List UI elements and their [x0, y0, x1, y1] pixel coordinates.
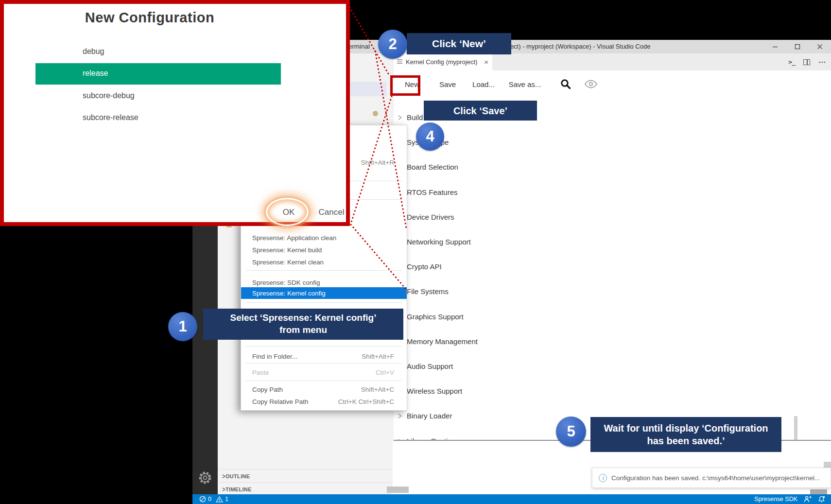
close-button[interactable]: [809, 40, 831, 53]
banner-line: Click ‘Save’: [424, 104, 537, 117]
scrollbar-fragment[interactable]: [824, 462, 831, 468]
menu-item-copy-path[interactable]: Copy PathShift+Alt+C: [241, 383, 407, 395]
step2-banner: Click ‘New’: [407, 33, 511, 54]
notification-bell-icon[interactable]: [818, 496, 825, 503]
tab-label: Kernel Config (myproject): [406, 58, 481, 66]
tab-close-icon[interactable]: ×: [484, 58, 488, 66]
banner-line: has been saved.’: [590, 434, 781, 447]
search-icon[interactable]: [560, 78, 571, 90]
menu-item-spresense-kernel-build[interactable]: Spresense: Kernel build: [241, 244, 407, 256]
menu-item-label: Spresense: Kernel build: [241, 246, 407, 254]
menu-item-label: Spresense: Kernel config: [241, 290, 407, 297]
menu-item-label: Paste: [241, 369, 376, 376]
split-editor-icon[interactable]: [803, 59, 810, 65]
menu-item-copy-relative-path[interactable]: Copy Relative PathCtrl+K Ctrl+Shift+C: [241, 396, 407, 407]
problems-status[interactable]: 0 1: [199, 494, 228, 504]
error-icon: [199, 496, 206, 503]
editor-tabbar: Kernel Config (myproject) × >_ ⋯: [394, 53, 831, 70]
scrollbar-fragment[interactable]: [810, 489, 827, 494]
config-category-networking-support[interactable]: >Networking Support: [394, 229, 797, 254]
configuration-option-debug[interactable]: debug: [4, 40, 346, 63]
menu-item-shortcut: Shift+Alt+R: [361, 159, 407, 166]
visibility-eye-icon[interactable]: [584, 80, 598, 88]
menu-item-label: Spresense: Kernel clean: [241, 259, 407, 266]
ok-button[interactable]: OK: [281, 208, 296, 217]
config-category-memory-management[interactable]: >Memory Management: [394, 329, 797, 354]
open-terminal-icon[interactable]: >_: [788, 58, 795, 66]
category-label: Crypto API: [406, 262, 442, 271]
menu-item-spresense-application-clean[interactable]: Spresense: Application clean: [241, 232, 407, 243]
chevron-right-icon[interactable]: >: [394, 112, 406, 122]
config-category-system-type[interactable]: >System Type: [394, 130, 797, 155]
minimize-button[interactable]: [764, 40, 786, 53]
menu-item-paste[interactable]: PasteCtrl+V: [241, 366, 407, 378]
info-icon: i: [599, 474, 607, 482]
menu-item-label: Copy Relative Path: [241, 398, 338, 405]
menu-item-label: Spresense: Application clean: [241, 234, 407, 242]
menu-separator: [246, 270, 402, 271]
config-category-crypto-api[interactable]: >Crypto API: [394, 254, 797, 279]
tab-kernel-config[interactable]: Kernel Config (myproject) ×: [394, 53, 492, 70]
step4-circle: 4: [416, 122, 444, 151]
config-category-device-drivers[interactable]: >Device Drivers: [394, 205, 797, 229]
banner-line: Select ‘Spresense: Kernel config’: [203, 312, 403, 324]
category-label: File Systems: [406, 287, 449, 295]
more-actions-icon[interactable]: ⋯: [818, 58, 826, 67]
category-label: Memory Management: [406, 337, 478, 346]
new-configuration-dialog: New Configuration debugreleasesubcore-de…: [0, 0, 350, 226]
config-category-rtos-features[interactable]: >RTOS Features: [394, 180, 797, 205]
banner-line: from menu: [203, 324, 403, 336]
load-button[interactable]: Load...: [465, 80, 502, 88]
configuration-option-subcore-release[interactable]: subcore-release: [4, 107, 346, 129]
category-label: Audio Support: [406, 362, 453, 370]
chevron-right-icon: >: [218, 486, 225, 493]
configuration-options-list: debugreleasesubcore-debugsubcore-release: [4, 40, 346, 129]
config-category-wireless-support[interactable]: >Wireless Support: [394, 379, 797, 403]
configuration-option-subcore-debug[interactable]: subcore-debug: [4, 85, 346, 107]
step4-banner: Click ‘Save’: [424, 101, 537, 121]
feedback-person-icon[interactable]: [804, 496, 812, 503]
spresense-sdk-status[interactable]: Spresense SDK: [754, 496, 797, 503]
menu-item-spresense-sdk-config[interactable]: Spresense: SDK config: [241, 277, 407, 288]
option-label: subcore-debug: [4, 91, 135, 100]
step5-banner: Wait for until display ‘Configuration ha…: [590, 417, 781, 452]
config-category-board-selection[interactable]: >Board Selection: [394, 155, 797, 179]
option-label: release: [4, 69, 108, 78]
category-label: RTOS Features: [406, 188, 458, 196]
banner-line: Wait for until display ‘Configuration: [590, 422, 781, 434]
option-label: subcore-release: [4, 113, 138, 122]
banner-line: Click ‘New’: [407, 37, 511, 50]
maximize-button[interactable]: [786, 40, 809, 53]
category-label: Device Drivers: [406, 213, 454, 221]
gear-icon[interactable]: [197, 470, 213, 486]
category-label: Graphics Support: [406, 313, 464, 321]
menu-item-shortcut: Ctrl+K Ctrl+Shift+C: [338, 398, 407, 405]
cancel-button[interactable]: Cancel: [316, 208, 347, 217]
step2-circle: 2: [378, 30, 407, 59]
menu-item-shortcut: Ctrl+V: [376, 369, 407, 376]
notification-text: Configuration has been saved. c:\msys64\…: [611, 474, 820, 482]
save-as-button[interactable]: Save as...: [502, 80, 547, 88]
tutorial-screenshot: Terminal ject) - myproject (Workspace) -…: [0, 0, 831, 504]
explorer-selected-row[interactable]: [346, 82, 386, 96]
menu-item-spresense-kernel-clean[interactable]: Spresense: Kernel clean: [241, 256, 407, 268]
menu-item-label: Find in Folder...: [241, 353, 362, 360]
save-button[interactable]: Save: [431, 80, 465, 88]
chevron-right-icon[interactable]: >: [394, 411, 406, 421]
menu-item-spresense-kernel-config[interactable]: Spresense: Kernel config: [241, 287, 407, 299]
menu-item-label: Spresense: SDK config: [241, 279, 407, 286]
category-label: Networking Support: [406, 238, 471, 246]
config-category-graphics-support[interactable]: >Graphics Support: [394, 304, 797, 329]
config-category-file-systems[interactable]: >File Systems: [394, 279, 797, 304]
configuration-option-release[interactable]: release: [4, 63, 346, 85]
menu-separator: [246, 302, 402, 303]
outline-section-header[interactable]: > OUTLINE: [218, 469, 394, 483]
menu-item-find-in-folder-[interactable]: Find in Folder...Shift+Alt+F: [241, 350, 407, 362]
scrollbar-fragment[interactable]: [387, 487, 409, 493]
category-label: Binary Loader: [406, 412, 452, 420]
warning-count: 1: [225, 496, 228, 503]
config-category-audio-support[interactable]: >Audio Support: [394, 354, 797, 379]
config-toolbar: New Save Load... Save as...: [394, 73, 603, 95]
timeline-section-header[interactable]: > TIMELINE: [218, 483, 394, 496]
save-notification-toast[interactable]: i Configuration has been saved. c:\msys6…: [592, 468, 831, 488]
